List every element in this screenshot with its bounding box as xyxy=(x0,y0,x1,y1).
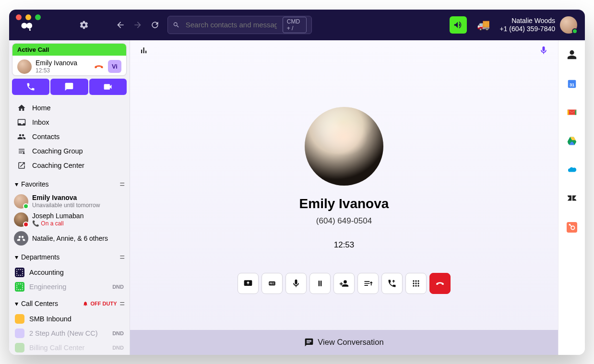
sidebar-tabs xyxy=(9,79,130,99)
drag-handle-icon[interactable]: = xyxy=(119,252,124,262)
search-icon xyxy=(173,20,180,30)
svg-text:REC: REC xyxy=(270,282,275,285)
section-departments[interactable]: ▾ Departments = xyxy=(9,247,130,265)
favorite-group-item[interactable]: Natalie, Annie, & 6 others xyxy=(9,229,130,247)
nav-coaching-center[interactable]: Coaching Center xyxy=(9,158,130,173)
section-favorites[interactable]: ▾ Favorites = xyxy=(9,175,130,192)
salesforce-icon[interactable] xyxy=(565,163,579,176)
tab-message[interactable] xyxy=(50,79,88,95)
favorite-item[interactable]: Emily Ivanova Unavailable until tomorrow xyxy=(9,192,130,211)
department-item[interactable]: Accounting xyxy=(9,265,130,280)
close-window[interactable] xyxy=(16,14,22,20)
drag-handle-icon[interactable]: = xyxy=(119,299,124,309)
nav-coaching-group[interactable]: Coaching Group xyxy=(9,144,130,158)
transfer-queue-button[interactable] xyxy=(357,273,379,294)
dialpad-button[interactable] xyxy=(405,273,427,294)
contact-name: Emily Ivanova xyxy=(299,196,389,211)
drive-icon[interactable] xyxy=(565,134,579,148)
hubspot-icon[interactable] xyxy=(565,221,579,234)
record-button[interactable]: REC xyxy=(261,273,283,294)
sidebar-nav: Home Inbox Contacts Coaching Group Coach… xyxy=(9,99,130,175)
app-logo xyxy=(21,22,35,32)
caret-down-icon: ▾ xyxy=(15,253,18,261)
delivery-icon[interactable]: 🚚 xyxy=(475,16,492,34)
off-duty-badge[interactable]: OFF DUTY xyxy=(83,301,117,306)
svg-point-6 xyxy=(417,280,419,282)
app-window: CMD + / 🚚 Natalie Woods +1 (604) 359-784… xyxy=(9,10,585,355)
integrations-rail: 31 xyxy=(558,40,585,355)
maximize-window[interactable] xyxy=(35,14,41,20)
tab-video[interactable] xyxy=(89,79,127,95)
svg-point-5 xyxy=(415,280,416,282)
department-item[interactable]: Engineering DND xyxy=(9,280,130,294)
contact-phone: (604) 649-0504 xyxy=(316,216,372,226)
topbar: CMD + / 🚚 Natalie Woods +1 (604) 359-784… xyxy=(9,10,585,40)
nav-contacts[interactable]: Contacts xyxy=(9,129,130,144)
coaching-group-icon xyxy=(17,146,26,156)
gmail-icon[interactable] xyxy=(565,106,579,119)
svg-point-9 xyxy=(417,282,419,284)
active-call-duration: 12:53 xyxy=(36,67,90,74)
call-center-item[interactable]: SMB Inbound xyxy=(9,312,130,326)
caret-down-icon: ▾ xyxy=(15,180,18,188)
search-shortcut: CMD + / xyxy=(283,17,307,33)
call-center-item[interactable]: Billing Call Center DND xyxy=(9,341,130,355)
user-avatar xyxy=(560,16,577,34)
hold-button[interactable] xyxy=(309,273,331,294)
svg-rect-18 xyxy=(567,222,577,233)
call-actions: REC xyxy=(238,273,451,294)
presence-indicator xyxy=(23,222,29,227)
phone-icon: 📞 xyxy=(32,220,39,227)
section-call-centers[interactable]: ▾ Call Centers OFF DUTY = xyxy=(9,294,130,312)
svg-point-12 xyxy=(417,285,419,286)
nav-home[interactable]: Home xyxy=(9,101,130,115)
svg-point-10 xyxy=(413,285,414,286)
svg-point-8 xyxy=(415,282,416,284)
profile-icon[interactable] xyxy=(565,48,579,61)
cc-color xyxy=(15,329,24,338)
nav-inbox[interactable]: Inbox xyxy=(9,115,130,129)
user-menu[interactable]: Natalie Woods +1 (604) 359-7840 xyxy=(499,16,577,34)
screenshare-button[interactable] xyxy=(238,273,259,294)
minimize-window[interactable] xyxy=(25,14,31,20)
view-conversation-button[interactable]: View Conversation xyxy=(130,330,558,355)
stats-icon[interactable] xyxy=(140,46,148,57)
coaching-center-icon xyxy=(17,161,26,170)
mute-button[interactable] xyxy=(285,273,307,294)
hangup-button[interactable] xyxy=(429,273,451,294)
presence-indicator xyxy=(572,28,578,34)
tab-call[interactable] xyxy=(12,79,49,95)
back-icon[interactable] xyxy=(116,20,125,30)
cc-color xyxy=(15,314,24,324)
cc-color xyxy=(15,343,24,352)
settings-icon[interactable] xyxy=(79,20,89,30)
svg-point-11 xyxy=(415,285,416,286)
main-call-view: Emily Ivanova (604) 649-0504 12:53 REC xyxy=(130,40,558,355)
department-color xyxy=(15,268,24,277)
active-call-card[interactable]: Active Call Emily Ivanova 12:53 Vi xyxy=(12,43,127,76)
caret-down-icon: ▾ xyxy=(15,300,18,307)
transfer-button[interactable] xyxy=(381,273,403,294)
zendesk-icon[interactable] xyxy=(565,192,579,205)
hangup-mini-icon[interactable] xyxy=(94,61,104,72)
group-icon xyxy=(14,231,28,246)
favorite-item[interactable]: Joseph Lumaban 📞 On a call xyxy=(9,211,130,229)
active-call-name: Emily Ivanova xyxy=(36,59,90,66)
search-bar[interactable]: CMD + / xyxy=(167,16,312,34)
calendar-icon[interactable]: 31 xyxy=(565,77,579,90)
favorite-avatar xyxy=(14,194,28,209)
search-input[interactable] xyxy=(185,20,278,29)
forward-icon[interactable] xyxy=(133,20,143,30)
call-center-item[interactable]: 2 Step Auth (New CC) DND xyxy=(9,326,130,341)
add-participant-button[interactable] xyxy=(333,273,355,294)
department-color xyxy=(15,282,24,292)
svg-text:31: 31 xyxy=(569,82,574,87)
mic-ai-icon[interactable] xyxy=(539,46,548,57)
vi-badge[interactable]: Vi xyxy=(108,60,121,73)
bell-off-icon xyxy=(83,301,88,306)
refresh-icon[interactable] xyxy=(150,20,160,30)
active-call-header: Active Call xyxy=(12,44,126,56)
announcement-button[interactable] xyxy=(450,16,467,34)
drag-handle-icon[interactable]: = xyxy=(119,179,124,189)
call-duration: 12:53 xyxy=(334,240,355,250)
